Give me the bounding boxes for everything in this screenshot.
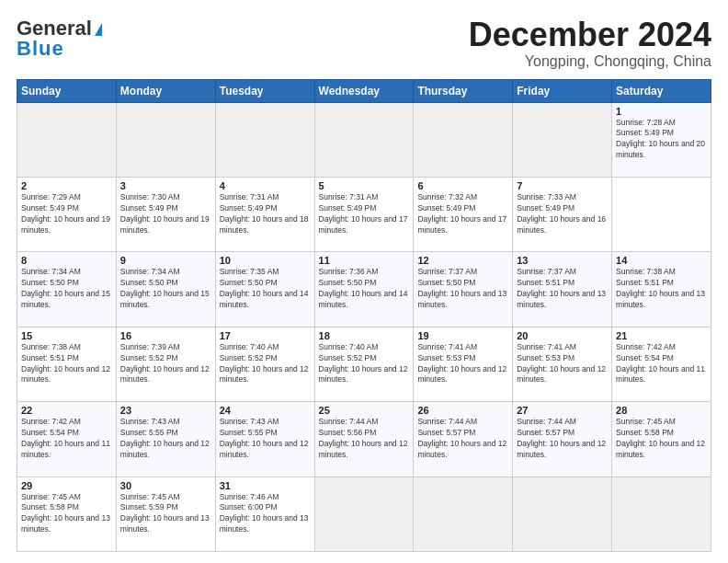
day-cell: 4Sunrise: 7:31 AMSunset: 5:49 PMDaylight…	[215, 177, 314, 251]
day-cell: 29Sunrise: 7:45 AMSunset: 5:58 PMDayligh…	[17, 477, 117, 551]
day-number: 14	[616, 255, 707, 266]
day-detail: Sunrise: 7:41 AMSunset: 5:53 PMDaylight:…	[517, 342, 608, 386]
day-cell: 19Sunrise: 7:41 AMSunset: 5:53 PMDayligh…	[414, 327, 513, 401]
calendar-week-row: 1Sunrise: 7:28 AMSunset: 5:49 PMDaylight…	[17, 102, 711, 177]
day-detail: Sunrise: 7:41 AMSunset: 5:53 PMDaylight:…	[417, 342, 508, 386]
day-number: 17	[220, 330, 311, 341]
day-header-friday: Friday	[513, 79, 612, 102]
day-header-sunday: Sunday	[17, 79, 117, 102]
day-detail: Sunrise: 7:46 AMSunset: 6:00 PMDaylight:…	[220, 492, 311, 536]
day-number: 25	[319, 405, 410, 416]
day-detail: Sunrise: 7:38 AMSunset: 5:51 PMDaylight:…	[616, 267, 707, 311]
day-detail: Sunrise: 7:31 AMSunset: 5:49 PMDaylight:…	[220, 192, 311, 236]
day-number: 30	[120, 480, 211, 491]
day-cell: 10Sunrise: 7:35 AMSunset: 5:50 PMDayligh…	[215, 252, 314, 327]
page-header: General Blue December 2024 Yongping, Cho…	[17, 17, 711, 70]
location-title: Yongping, Chongqing, China	[469, 53, 711, 70]
day-detail: Sunrise: 7:34 AMSunset: 5:50 PMDaylight:…	[120, 267, 211, 311]
day-detail: Sunrise: 7:45 AMSunset: 5:58 PMDaylight:…	[616, 417, 707, 461]
day-cell: 20Sunrise: 7:41 AMSunset: 5:53 PMDayligh…	[513, 327, 612, 401]
day-detail: Sunrise: 7:43 AMSunset: 5:55 PMDaylight:…	[120, 417, 211, 461]
day-cell: 14Sunrise: 7:38 AMSunset: 5:51 PMDayligh…	[612, 252, 711, 327]
day-cell: 28Sunrise: 7:45 AMSunset: 5:58 PMDayligh…	[612, 402, 711, 477]
day-number: 7	[517, 180, 608, 191]
calendar-week-row: 22Sunrise: 7:42 AMSunset: 5:54 PMDayligh…	[17, 402, 711, 477]
day-cell: 7Sunrise: 7:33 AMSunset: 5:49 PMDaylight…	[513, 177, 612, 251]
day-number: 11	[319, 255, 410, 266]
day-detail: Sunrise: 7:45 AMSunset: 5:58 PMDaylight:…	[21, 492, 112, 536]
day-detail: Sunrise: 7:45 AMSunset: 5:59 PMDaylight:…	[120, 492, 211, 536]
day-cell: 16Sunrise: 7:39 AMSunset: 5:52 PMDayligh…	[116, 327, 215, 401]
day-detail: Sunrise: 7:40 AMSunset: 5:52 PMDaylight:…	[220, 342, 311, 386]
day-detail: Sunrise: 7:37 AMSunset: 5:51 PMDaylight:…	[517, 267, 608, 311]
empty-day-cell	[314, 102, 414, 177]
day-number: 8	[21, 255, 112, 266]
logo: General Blue	[17, 17, 102, 61]
day-number: 10	[220, 255, 311, 266]
day-number: 6	[417, 180, 508, 191]
day-cell: 31Sunrise: 7:46 AMSunset: 6:00 PMDayligh…	[215, 477, 314, 551]
empty-day-cell	[116, 102, 215, 177]
day-cell: 8Sunrise: 7:34 AMSunset: 5:50 PMDaylight…	[17, 252, 117, 327]
calendar-page: General Blue December 2024 Yongping, Cho…	[0, 0, 728, 563]
day-number: 3	[120, 180, 211, 191]
day-cell: 22Sunrise: 7:42 AMSunset: 5:54 PMDayligh…	[17, 402, 117, 477]
day-cell: 2Sunrise: 7:29 AMSunset: 5:49 PMDaylight…	[17, 177, 117, 251]
day-number: 16	[120, 330, 211, 341]
day-cell: 21Sunrise: 7:42 AMSunset: 5:54 PMDayligh…	[612, 327, 711, 401]
day-number: 26	[417, 405, 508, 416]
day-cell: 6Sunrise: 7:32 AMSunset: 5:49 PMDaylight…	[414, 177, 513, 251]
day-header-thursday: Thursday	[414, 79, 513, 102]
day-number: 5	[319, 180, 410, 191]
day-detail: Sunrise: 7:42 AMSunset: 5:54 PMDaylight:…	[21, 417, 112, 461]
day-cell: 25Sunrise: 7:44 AMSunset: 5:56 PMDayligh…	[314, 402, 414, 477]
day-number: 4	[220, 180, 311, 191]
day-detail: Sunrise: 7:39 AMSunset: 5:52 PMDaylight:…	[120, 342, 211, 386]
day-number: 29	[21, 480, 112, 491]
empty-day-cell	[414, 477, 513, 551]
calendar-week-row: 8Sunrise: 7:34 AMSunset: 5:50 PMDaylight…	[17, 252, 711, 327]
day-cell: 15Sunrise: 7:38 AMSunset: 5:51 PMDayligh…	[17, 327, 117, 401]
day-detail: Sunrise: 7:44 AMSunset: 5:57 PMDaylight:…	[517, 417, 608, 461]
day-number: 2	[21, 180, 112, 191]
day-cell: 5Sunrise: 7:31 AMSunset: 5:49 PMDaylight…	[314, 177, 414, 251]
day-header-saturday: Saturday	[612, 79, 711, 102]
day-number: 9	[120, 255, 211, 266]
empty-day-cell	[612, 477, 711, 551]
day-detail: Sunrise: 7:37 AMSunset: 5:50 PMDaylight:…	[417, 267, 508, 311]
day-detail: Sunrise: 7:38 AMSunset: 5:51 PMDaylight:…	[21, 342, 112, 386]
day-cell: 3Sunrise: 7:30 AMSunset: 5:49 PMDaylight…	[116, 177, 215, 251]
day-detail: Sunrise: 7:42 AMSunset: 5:54 PMDaylight:…	[616, 342, 707, 386]
day-cell: 11Sunrise: 7:36 AMSunset: 5:50 PMDayligh…	[314, 252, 414, 327]
day-detail: Sunrise: 7:33 AMSunset: 5:49 PMDaylight:…	[517, 192, 608, 236]
day-detail: Sunrise: 7:30 AMSunset: 5:49 PMDaylight:…	[120, 192, 211, 236]
calendar-week-row: 29Sunrise: 7:45 AMSunset: 5:58 PMDayligh…	[17, 477, 711, 551]
day-number: 21	[616, 330, 707, 341]
day-number: 1	[616, 106, 707, 117]
day-cell: 1Sunrise: 7:28 AMSunset: 5:49 PMDaylight…	[612, 102, 711, 177]
day-number: 22	[21, 405, 112, 416]
day-detail: Sunrise: 7:35 AMSunset: 5:50 PMDaylight:…	[220, 267, 311, 311]
day-detail: Sunrise: 7:28 AMSunset: 5:49 PMDaylight:…	[616, 118, 707, 162]
day-number: 28	[616, 405, 707, 416]
calendar-header-row: SundayMondayTuesdayWednesdayThursdayFrid…	[17, 79, 711, 102]
day-cell: 17Sunrise: 7:40 AMSunset: 5:52 PMDayligh…	[215, 327, 314, 401]
calendar-week-row: 2Sunrise: 7:29 AMSunset: 5:49 PMDaylight…	[17, 177, 711, 251]
day-cell: 12Sunrise: 7:37 AMSunset: 5:50 PMDayligh…	[414, 252, 513, 327]
day-number: 19	[417, 330, 508, 341]
calendar-table: SundayMondayTuesdayWednesdayThursdayFrid…	[17, 79, 711, 552]
day-cell: 13Sunrise: 7:37 AMSunset: 5:51 PMDayligh…	[513, 252, 612, 327]
day-cell: 30Sunrise: 7:45 AMSunset: 5:59 PMDayligh…	[116, 477, 215, 551]
empty-day-cell	[513, 477, 612, 551]
day-cell: 18Sunrise: 7:40 AMSunset: 5:52 PMDayligh…	[314, 327, 414, 401]
day-cell: 27Sunrise: 7:44 AMSunset: 5:57 PMDayligh…	[513, 402, 612, 477]
day-number: 23	[120, 405, 211, 416]
day-header-tuesday: Tuesday	[215, 79, 314, 102]
day-detail: Sunrise: 7:36 AMSunset: 5:50 PMDaylight:…	[319, 267, 410, 311]
empty-day-cell	[17, 102, 117, 177]
day-detail: Sunrise: 7:32 AMSunset: 5:49 PMDaylight:…	[417, 192, 508, 236]
day-detail: Sunrise: 7:44 AMSunset: 5:56 PMDaylight:…	[319, 417, 410, 461]
title-block: December 2024 Yongping, Chongqing, China	[469, 17, 711, 70]
day-cell: 26Sunrise: 7:44 AMSunset: 5:57 PMDayligh…	[414, 402, 513, 477]
empty-day-cell	[215, 102, 314, 177]
